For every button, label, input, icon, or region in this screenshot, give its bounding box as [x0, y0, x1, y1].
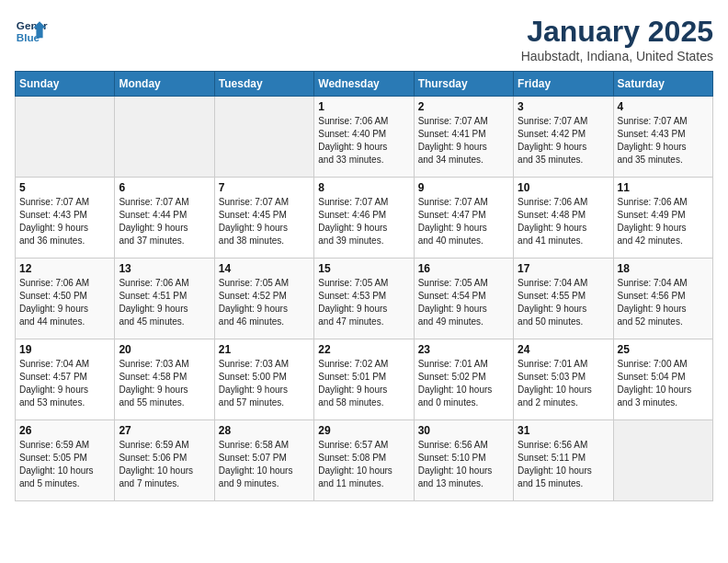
day-number: 23 — [418, 343, 509, 356]
day-info: Sunrise: 6:56 AMSunset: 5:10 PMDaylight:… — [418, 439, 509, 490]
day-number: 4 — [618, 100, 709, 113]
day-number: 13 — [119, 262, 210, 275]
day-number: 22 — [318, 343, 409, 356]
calendar-cell — [214, 97, 313, 178]
day-number: 28 — [219, 424, 310, 437]
day-number: 19 — [19, 343, 110, 356]
calendar-cell: 21Sunrise: 7:03 AMSunset: 5:00 PMDayligh… — [214, 339, 313, 420]
day-info: Sunrise: 7:03 AMSunset: 5:00 PMDaylight:… — [219, 358, 310, 409]
day-info: Sunrise: 7:06 AMSunset: 4:51 PMDaylight:… — [119, 277, 210, 328]
calendar-cell: 6Sunrise: 7:07 AMSunset: 4:44 PMDaylight… — [115, 178, 214, 259]
day-number: 8 — [318, 181, 409, 194]
weekday-header-cell: Friday — [514, 72, 613, 97]
calendar-cell — [16, 97, 115, 178]
day-number: 3 — [518, 100, 609, 113]
calendar-cell: 3Sunrise: 7:07 AMSunset: 4:42 PMDaylight… — [514, 97, 613, 178]
day-info: Sunrise: 7:04 AMSunset: 4:56 PMDaylight:… — [618, 277, 709, 328]
day-number: 6 — [119, 181, 210, 194]
day-info: Sunrise: 7:07 AMSunset: 4:47 PMDaylight:… — [418, 196, 509, 247]
calendar-cell — [115, 97, 214, 178]
calendar-week-row: 1Sunrise: 7:06 AMSunset: 4:40 PMDaylight… — [16, 97, 713, 178]
day-number: 7 — [219, 181, 310, 194]
calendar-week-row: 5Sunrise: 7:07 AMSunset: 4:43 PMDaylight… — [16, 178, 713, 259]
calendar-cell: 10Sunrise: 7:06 AMSunset: 4:48 PMDayligh… — [514, 178, 613, 259]
calendar-cell: 13Sunrise: 7:06 AMSunset: 4:51 PMDayligh… — [115, 259, 214, 339]
calendar-cell: 20Sunrise: 7:03 AMSunset: 4:58 PMDayligh… — [115, 339, 214, 420]
day-number: 16 — [418, 262, 509, 275]
day-number: 11 — [618, 181, 709, 194]
day-info: Sunrise: 7:07 AMSunset: 4:41 PMDaylight:… — [418, 115, 509, 167]
title-area: January 2025 Haubstadt, Indiana, United … — [521, 15, 713, 63]
day-info: Sunrise: 7:01 AMSunset: 5:03 PMDaylight:… — [518, 358, 609, 409]
calendar-title: January 2025 — [521, 15, 713, 49]
day-info: Sunrise: 7:05 AMSunset: 4:52 PMDaylight:… — [219, 277, 310, 328]
day-number: 25 — [618, 343, 709, 356]
calendar-week-row: 19Sunrise: 7:04 AMSunset: 4:57 PMDayligh… — [16, 339, 713, 420]
day-info: Sunrise: 7:03 AMSunset: 4:58 PMDaylight:… — [119, 358, 210, 409]
day-info: Sunrise: 7:07 AMSunset: 4:45 PMDaylight:… — [219, 196, 310, 247]
day-info: Sunrise: 6:58 AMSunset: 5:07 PMDaylight:… — [219, 439, 310, 490]
calendar-cell: 1Sunrise: 7:06 AMSunset: 4:40 PMDaylight… — [314, 97, 414, 178]
calendar-cell: 8Sunrise: 7:07 AMSunset: 4:46 PMDaylight… — [314, 178, 414, 259]
day-info: Sunrise: 7:07 AMSunset: 4:43 PMDaylight:… — [618, 115, 709, 167]
calendar-cell: 17Sunrise: 7:04 AMSunset: 4:55 PMDayligh… — [514, 259, 613, 339]
day-number: 18 — [618, 262, 709, 275]
weekday-header-cell: Monday — [115, 72, 214, 97]
day-number: 10 — [518, 181, 609, 194]
logo: General Blue — [15, 15, 48, 48]
calendar-week-row: 26Sunrise: 6:59 AMSunset: 5:05 PMDayligh… — [16, 420, 713, 501]
day-number: 14 — [219, 262, 310, 275]
calendar-week-row: 12Sunrise: 7:06 AMSunset: 4:50 PMDayligh… — [16, 259, 713, 339]
day-number: 29 — [318, 424, 409, 437]
day-info: Sunrise: 6:59 AMSunset: 5:05 PMDaylight:… — [19, 439, 110, 490]
day-info: Sunrise: 7:07 AMSunset: 4:46 PMDaylight:… — [318, 196, 409, 247]
calendar-cell: 24Sunrise: 7:01 AMSunset: 5:03 PMDayligh… — [514, 339, 613, 420]
day-info: Sunrise: 7:04 AMSunset: 4:55 PMDaylight:… — [518, 277, 609, 328]
calendar-cell: 9Sunrise: 7:07 AMSunset: 4:47 PMDaylight… — [414, 178, 513, 259]
day-info: Sunrise: 7:06 AMSunset: 4:40 PMDaylight:… — [318, 115, 409, 167]
day-number: 15 — [318, 262, 409, 275]
header: General Blue January 2025 Haubstadt, Ind… — [15, 15, 713, 63]
day-info: Sunrise: 6:57 AMSunset: 5:08 PMDaylight:… — [318, 439, 409, 490]
calendar-cell: 11Sunrise: 7:06 AMSunset: 4:49 PMDayligh… — [613, 178, 712, 259]
day-info: Sunrise: 7:06 AMSunset: 4:48 PMDaylight:… — [518, 196, 609, 247]
day-info: Sunrise: 7:05 AMSunset: 4:54 PMDaylight:… — [418, 277, 509, 328]
day-number: 24 — [518, 343, 609, 356]
day-info: Sunrise: 7:02 AMSunset: 5:01 PMDaylight:… — [318, 358, 409, 409]
day-number: 2 — [418, 100, 509, 113]
calendar-cell: 26Sunrise: 6:59 AMSunset: 5:05 PMDayligh… — [16, 420, 115, 501]
calendar-cell: 18Sunrise: 7:04 AMSunset: 4:56 PMDayligh… — [613, 259, 712, 339]
calendar-table: SundayMondayTuesdayWednesdayThursdayFrid… — [15, 71, 713, 501]
calendar-cell: 29Sunrise: 6:57 AMSunset: 5:08 PMDayligh… — [314, 420, 414, 501]
logo-icon: General Blue — [15, 15, 48, 48]
calendar-cell: 22Sunrise: 7:02 AMSunset: 5:01 PMDayligh… — [314, 339, 414, 420]
weekday-header-cell: Saturday — [613, 72, 712, 97]
day-number: 26 — [19, 424, 110, 437]
calendar-cell: 12Sunrise: 7:06 AMSunset: 4:50 PMDayligh… — [16, 259, 115, 339]
day-info: Sunrise: 7:06 AMSunset: 4:50 PMDaylight:… — [19, 277, 110, 328]
calendar-cell: 15Sunrise: 7:05 AMSunset: 4:53 PMDayligh… — [314, 259, 414, 339]
calendar-cell: 28Sunrise: 6:58 AMSunset: 5:07 PMDayligh… — [214, 420, 313, 501]
day-info: Sunrise: 6:59 AMSunset: 5:06 PMDaylight:… — [119, 439, 210, 490]
calendar-cell: 5Sunrise: 7:07 AMSunset: 4:43 PMDaylight… — [16, 178, 115, 259]
day-info: Sunrise: 7:07 AMSunset: 4:44 PMDaylight:… — [119, 196, 210, 247]
day-info: Sunrise: 7:04 AMSunset: 4:57 PMDaylight:… — [19, 358, 110, 409]
calendar-cell: 16Sunrise: 7:05 AMSunset: 4:54 PMDayligh… — [414, 259, 513, 339]
weekday-header: SundayMondayTuesdayWednesdayThursdayFrid… — [16, 72, 713, 97]
day-info: Sunrise: 7:06 AMSunset: 4:49 PMDaylight:… — [618, 196, 709, 247]
day-number: 27 — [119, 424, 210, 437]
calendar-cell: 7Sunrise: 7:07 AMSunset: 4:45 PMDaylight… — [214, 178, 313, 259]
calendar-cell: 19Sunrise: 7:04 AMSunset: 4:57 PMDayligh… — [16, 339, 115, 420]
day-number: 21 — [219, 343, 310, 356]
day-number: 9 — [418, 181, 509, 194]
day-number: 31 — [518, 424, 609, 437]
day-info: Sunrise: 7:05 AMSunset: 4:53 PMDaylight:… — [318, 277, 409, 328]
calendar-cell: 25Sunrise: 7:00 AMSunset: 5:04 PMDayligh… — [613, 339, 712, 420]
weekday-header-cell: Tuesday — [214, 72, 313, 97]
calendar-body: 1Sunrise: 7:06 AMSunset: 4:40 PMDaylight… — [16, 97, 713, 501]
weekday-header-cell: Wednesday — [314, 72, 414, 97]
calendar-cell — [613, 420, 712, 501]
day-number: 5 — [19, 181, 110, 194]
day-number: 17 — [518, 262, 609, 275]
weekday-header-cell: Thursday — [414, 72, 513, 97]
